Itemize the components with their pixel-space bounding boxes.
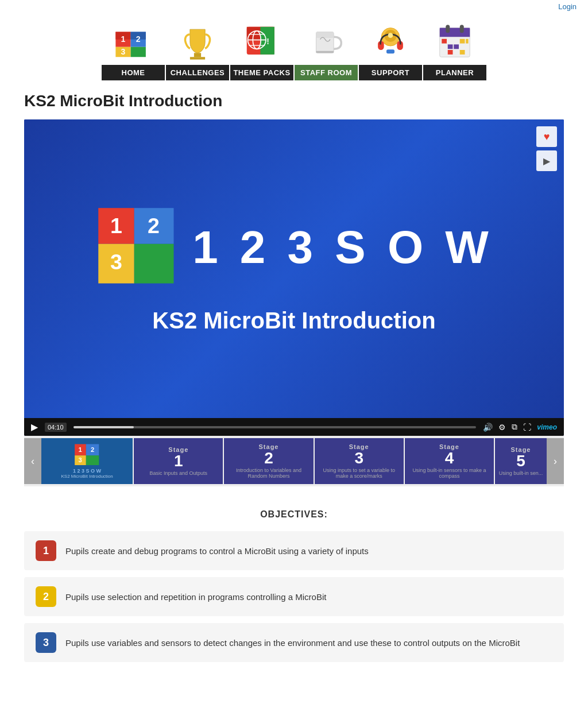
obj-text-1: Pupils create and debug programs to cont…: [65, 546, 369, 556]
intro-thumb-desc: KS2 MicroBit Introduction: [61, 474, 113, 479]
settings-icon[interactable]: ⚙: [498, 423, 506, 432]
video-player[interactable]: ♥ ▶ 1 2 3 1 2 3 S O W: [24, 119, 564, 418]
page-content: KS2 MicroBit Introduction ♥ ▶: [13, 80, 575, 680]
fullscreen-icon[interactable]: ⛶: [523, 423, 531, 432]
svg-text:2: 2: [136, 34, 141, 44]
stages-next-button[interactable]: ›: [547, 438, 564, 484]
svg-text:3: 3: [79, 457, 82, 463]
nav-item-home[interactable]: 1 2 3 HOME: [102, 19, 165, 80]
nav-home-label: HOME: [102, 65, 165, 80]
svg-rect-38: [442, 44, 447, 49]
nav-challenges-label: CHALLENGES: [166, 65, 229, 80]
stage1-desc: Basic Inputs and Outputs: [150, 470, 208, 476]
video-logo-area: 1 2 3 1 2 3 S O W: [95, 204, 493, 291]
mug-icon: [306, 22, 346, 62]
nav-support-label: SUPPORT: [359, 65, 422, 80]
stage-thumb-intro[interactable]: 1 2 3 1 2 3 S O W KS2 MicroBit Introduct…: [41, 438, 133, 484]
home-icon: 1 2 3: [113, 22, 153, 62]
home-icon-box: 1 2 3: [102, 19, 165, 65]
top-login-area: Login: [0, 0, 588, 13]
stage2-num: 2: [264, 450, 273, 466]
objective-row-3: 3 Pupils use variables and sensors to de…: [24, 623, 564, 662]
svg-text:1: 1: [110, 214, 122, 238]
svg-rect-31: [446, 25, 450, 33]
svg-rect-58: [86, 455, 99, 465]
staff-room-icon-box: [295, 19, 358, 65]
trophy-icon: [177, 22, 218, 62]
svg-rect-9: [194, 53, 201, 57]
time-display: 04:10: [45, 423, 67, 432]
headset-icon: [370, 22, 411, 62]
svg-rect-27: [386, 49, 394, 53]
stages-prev-button[interactable]: ‹: [24, 438, 41, 484]
obj-text-3: Pupils use variables and sensors to dete…: [65, 638, 520, 648]
stage3-num: 3: [354, 450, 363, 466]
progress-bar[interactable]: [74, 426, 477, 428]
svg-rect-40: [454, 44, 459, 49]
stage4-num: 4: [445, 450, 454, 466]
obj-text-2: Pupils use selection and repetition in p…: [65, 592, 326, 602]
play-button[interactable]: ▶: [31, 421, 38, 432]
objectives-title: OBJECTIVES:: [24, 509, 564, 520]
favorite-button[interactable]: ♥: [536, 126, 557, 147]
stage-thumb-4[interactable]: Stage 4 Using built-in sensors to make a…: [405, 438, 494, 484]
share-button[interactable]: ▶: [536, 150, 557, 171]
volume-icon[interactable]: 🔊: [483, 423, 493, 432]
svg-rect-22: [316, 51, 334, 53]
stage-thumb-3[interactable]: Stage 3 Using inputs to set a variable t…: [315, 438, 404, 484]
video-side-buttons: ♥ ▶: [536, 126, 557, 171]
stage1-num: 1: [174, 453, 183, 469]
challenges-icon-box: [166, 19, 229, 65]
svg-rect-47: [466, 50, 468, 55]
svg-rect-46: [460, 50, 465, 55]
svg-rect-10: [190, 57, 205, 59]
support-icon-box: [359, 19, 422, 65]
brand-text: 1 2 3 S O W: [192, 221, 493, 274]
svg-text:3: 3: [121, 47, 126, 56]
intro-thumb-label: 1 2 3 S O W: [73, 468, 101, 474]
play-icon: ▶: [31, 422, 38, 432]
stage-thumb-2[interactable]: Stage 2 Introduction to Variables and Ra…: [224, 438, 313, 484]
nav-item-planner[interactable]: PLANNER: [423, 19, 486, 80]
svg-text:3: 3: [110, 249, 122, 273]
main-nav: 1 2 3 HOME CHALLENGES: [0, 13, 588, 80]
svg-rect-33: [442, 39, 447, 44]
calendar-grid-icon: [435, 22, 475, 62]
stage-thumb-1[interactable]: Stage 1 Basic Inputs and Outputs: [134, 438, 223, 484]
svg-rect-42: [466, 44, 468, 49]
nav-item-support[interactable]: SUPPORT: [359, 19, 422, 80]
stage4-desc: Using built-in sensors to make a compass: [407, 467, 492, 479]
obj-badge-1: 1: [36, 540, 56, 561]
video-right-controls: 🔊 ⚙ ⧉ ⛶ vimeo: [483, 422, 557, 432]
svg-rect-41: [460, 44, 465, 49]
obj-badge-2: 2: [36, 586, 56, 607]
svg-text:1: 1: [79, 446, 82, 453]
nav-item-theme-packs[interactable]: ! THEME PACKS: [230, 19, 293, 80]
nav-item-challenges[interactable]: CHALLENGES: [166, 19, 229, 80]
stage-thumb-5[interactable]: Stage 5 Using built-in sen...: [495, 438, 547, 484]
pip-icon[interactable]: ⧉: [512, 422, 517, 432]
svg-text:2: 2: [148, 214, 160, 238]
stages-row: ‹ 1 2 3 1 2 3 S O W KS2 MicroBit Introdu…: [24, 436, 564, 486]
login-link[interactable]: Login: [558, 2, 577, 11]
objective-row-1: 1 Pupils create and debug programs to co…: [24, 531, 564, 570]
objective-row-2: 2 Pupils use selection and repetition in…: [24, 577, 564, 616]
svg-rect-5: [131, 47, 146, 57]
svg-text:1: 1: [121, 34, 126, 44]
globe-cube-icon: !: [242, 22, 282, 62]
video-controls-bar: ▶ 04:10 🔊 ⚙ ⧉ ⛶ vimeo: [24, 418, 564, 436]
svg-rect-30: [440, 28, 470, 37]
vimeo-logo: vimeo: [537, 423, 557, 431]
heart-icon: ♥: [544, 131, 550, 143]
intro-cube-mini: 1 2 3: [74, 443, 100, 466]
svg-rect-32: [460, 25, 464, 33]
video-cube-logo: 1 2 3: [95, 204, 181, 291]
nav-item-staff-room[interactable]: STAFF ROOM: [295, 19, 358, 80]
svg-rect-51: [134, 243, 174, 283]
stages-list: 1 2 3 1 2 3 S O W KS2 MicroBit Introduct…: [41, 438, 547, 484]
objectives-section: OBJECTIVES: 1 Pupils create and debug pr…: [24, 509, 564, 662]
video-subtitle: KS2 MicroBit Introduction: [152, 308, 435, 334]
stage3-desc: Using inputs to set a variable to make a…: [317, 467, 401, 479]
video-container: ♥ ▶ 1 2 3 1 2 3 S O W: [24, 119, 564, 436]
svg-rect-45: [454, 50, 459, 55]
